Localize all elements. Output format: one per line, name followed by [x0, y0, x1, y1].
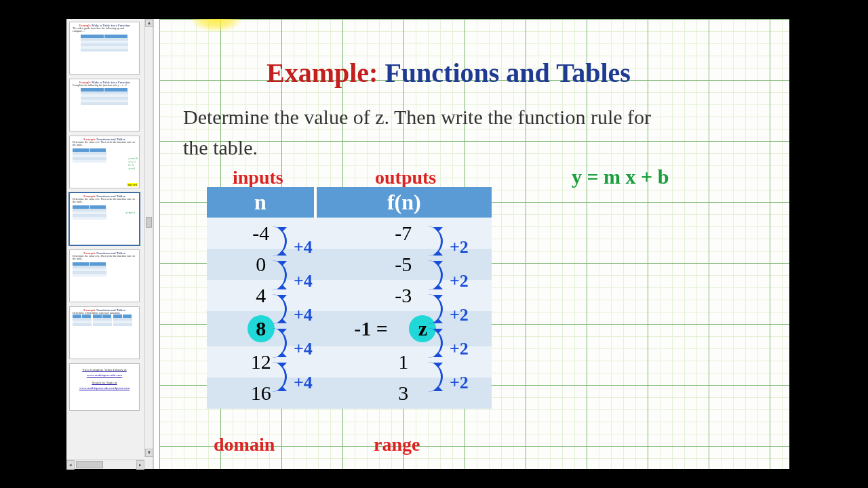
footer-link-2[interactable]: www.mathispower4u.wordpress.com [79, 386, 130, 390]
diff-n: +4 [294, 237, 313, 258]
diff-fn: +2 [450, 237, 469, 258]
annotation-range: range [374, 434, 420, 455]
diff-n: +4 [294, 373, 313, 393]
annotation-domain: domain [214, 434, 275, 455]
slide-thumb-3[interactable]: Example Functions and Tables Determine t… [69, 136, 140, 188]
scroll-handle-v[interactable] [146, 217, 152, 228]
slide-thumb-5[interactable]: Example Functions and Tables Determine t… [69, 249, 140, 302]
highlight-marker [189, 19, 243, 33]
footer-label-2: Search by Topic at [70, 381, 139, 384]
function-table: n f(n) -4-7 0-5 4-3 8 -1 = z 121 1 [207, 187, 492, 409]
scroll-handle-h[interactable] [76, 461, 103, 468]
title-topic: Functions and Tables [384, 58, 630, 88]
slide-canvas: Example: Functions and Tables Determine … [159, 19, 789, 469]
footer-link-1[interactable]: www.mathispower4u.com [87, 373, 122, 377]
scroll-up-button[interactable]: ▲ [145, 19, 153, 27]
slide-thumb-2[interactable]: Example Make a Table for a Function Comp… [69, 79, 140, 131]
table-row: 121 [207, 346, 492, 378]
thumbnail-sidebar: Example Make a Table for a Function The … [66, 19, 153, 469]
diff-fn: +2 [450, 373, 469, 393]
main-slide-area: Example: Functions and Tables Determine … [153, 19, 789, 469]
slide-thumb-6[interactable]: Example Functions and Tables Determine w… [69, 306, 140, 359]
slide-thumb-4[interactable]: Example Functions and Tables Determine t… [69, 192, 140, 245]
annotation-equation: y = m x + b [572, 165, 669, 188]
slide-thumb-1[interactable]: Example Make a Table for a Function The … [69, 22, 140, 75]
title-example: Example: [267, 58, 378, 88]
slide-prompt: Determine the value of z. Then write the… [183, 102, 671, 163]
diff-n: +4 [294, 271, 313, 291]
table-row: 4-3 [207, 280, 492, 311]
scroll-down-button[interactable]: ▼ [145, 449, 153, 457]
scroll-left-button[interactable]: ◂ [66, 460, 75, 470]
slide-thumb-footer[interactable]: View Complete Video Library at www.mathi… [69, 363, 140, 411]
diff-n: +4 [294, 339, 313, 359]
scrollbar-corner [144, 460, 153, 469]
sidebar-scrollbar-horizontal[interactable]: ◂ ▸ [66, 460, 144, 469]
annotation-z-equals: -1 = [354, 317, 388, 340]
annotation-inputs: inputs [233, 167, 283, 188]
table-row: 163 [207, 378, 492, 409]
diff-fn: +2 [450, 271, 469, 291]
slide-title: Example: Functions and Tables [267, 57, 631, 89]
app-window: Example Make a Table for a Function The … [66, 19, 789, 469]
diff-n: +4 [294, 305, 313, 325]
col-header-fn: f(n) [315, 187, 492, 218]
table-row: 0-5 [207, 249, 492, 280]
table-row: -4-7 [207, 218, 492, 249]
thumbnail-list: Example Make a Table for a Function The … [66, 19, 148, 457]
annotation-outputs: outputs [375, 167, 436, 188]
col-header-n: n [207, 187, 315, 218]
scroll-right-button[interactable]: ▸ [136, 460, 144, 470]
diff-fn: +2 [450, 305, 469, 325]
footer-label-1: View Complete Video Library at [70, 368, 139, 371]
table-row: 8 -1 = z [207, 311, 492, 346]
diff-fn: +2 [450, 339, 469, 359]
sidebar-scrollbar-vertical[interactable]: ▲ ▼ [144, 19, 153, 457]
